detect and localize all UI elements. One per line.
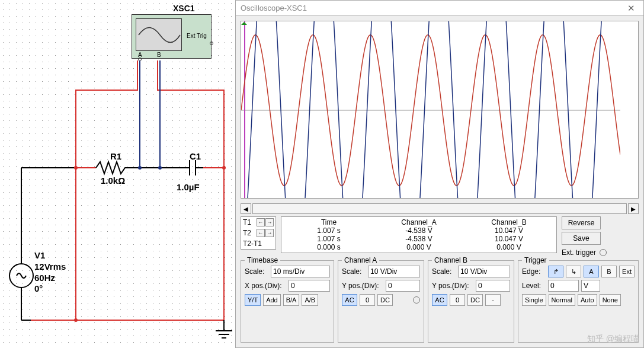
- timebase-panel: Timebase Scale: 10 ms/Div X pos.(Div): 0…: [241, 260, 334, 343]
- schematic-svg: [0, 0, 243, 348]
- ext-trigger-label: Ext. trigger: [562, 248, 596, 257]
- edge-label: Edge:: [522, 267, 546, 276]
- chb-scale-label: Scale:: [432, 267, 456, 276]
- ba-button[interactable]: B/A: [283, 294, 300, 306]
- v1-vrms: 12Vrms: [34, 261, 66, 273]
- v1-freq: 60Hz: [34, 273, 66, 284]
- cursor-readout-table: Time Channel_A Channel_B 1.007 s-4.538 V…: [281, 216, 557, 253]
- reverse-button[interactable]: Reverse: [562, 216, 601, 229]
- timebase-title: Timebase: [245, 256, 280, 264]
- add-button[interactable]: Add: [263, 294, 281, 306]
- tb-scale-label: Scale:: [245, 267, 268, 276]
- auto-button[interactable]: Auto: [578, 294, 597, 306]
- cha-scale-label: Scale:: [342, 267, 366, 276]
- chb-invert-button[interactable]: -: [485, 294, 501, 306]
- schematic-canvas[interactable]: XSC1 A B Ext Trig: [0, 0, 235, 348]
- normal-button[interactable]: Normal: [549, 294, 575, 306]
- waveform-svg: [241, 21, 620, 199]
- tb-scale-input[interactable]: 10 ms/Div: [271, 266, 330, 277]
- v1-phase: 0°: [34, 283, 66, 295]
- t2-right-button[interactable]: →: [265, 229, 274, 237]
- chb-title: Channel B: [432, 256, 470, 264]
- v1-ref: V1: [34, 250, 66, 261]
- edge-ext-button[interactable]: Ext: [619, 266, 635, 277]
- svg-point-15: [158, 166, 162, 170]
- chb-scale-input[interactable]: 10 V/Div: [458, 266, 510, 277]
- save-button[interactable]: Save: [562, 232, 601, 245]
- cha-0-button[interactable]: 0: [360, 294, 375, 306]
- scroll-track[interactable]: [252, 203, 627, 214]
- none-button[interactable]: None: [600, 294, 621, 306]
- hdr-cha: Channel_A: [374, 218, 464, 226]
- trigger-title: Trigger: [522, 256, 549, 264]
- channel-b-panel: Channel B Scale: 10 V/Div Y pos.(Div): 0…: [428, 260, 514, 343]
- chb-dc-button[interactable]: DC: [467, 294, 483, 306]
- scroll-right-icon[interactable]: ▶: [628, 203, 639, 214]
- svg-point-16: [74, 166, 78, 170]
- svg-point-17: [222, 166, 226, 170]
- cha-ac-button[interactable]: AC: [342, 294, 357, 306]
- t1-right-button[interactable]: →: [265, 218, 274, 226]
- r1-ref: R1: [110, 151, 121, 161]
- t2-left-button[interactable]: ←: [257, 229, 265, 237]
- edge-rise-button[interactable]: ↱: [548, 266, 563, 277]
- chb-ypos-label: Y pos.(Div):: [432, 282, 473, 290]
- c1-value: 1.0µF: [177, 182, 200, 192]
- channel-a-panel: Channel A Scale: 10 V/Div Y pos.(Div): 0…: [338, 260, 424, 343]
- r1-value: 1.0kΩ: [101, 175, 125, 186]
- cha-dc-button[interactable]: DC: [377, 294, 393, 306]
- tb-xpos-label: X pos.(Div):: [245, 282, 286, 290]
- v1-block: V1 12Vrms 60Hz 0°: [34, 250, 66, 295]
- edge-a-button[interactable]: A: [584, 266, 599, 277]
- trigger-panel: Trigger Edge: ↱ ↳ A B Ext Level: 0 V Sin…: [518, 260, 639, 343]
- c1-ref: C1: [190, 151, 201, 161]
- close-icon[interactable]: ✕: [624, 3, 639, 14]
- oscilloscope-window: Oscilloscope-XSC1 ✕ ◀ ▶ T1 ←→ T2 ←→ T2-T…: [235, 0, 644, 348]
- svg-point-14: [138, 166, 142, 170]
- display-hscrollbar[interactable]: ◀ ▶: [241, 203, 639, 214]
- t1-left-button[interactable]: ←: [257, 218, 265, 226]
- cha-scale-input[interactable]: 10 V/Div: [368, 266, 420, 277]
- level-label: Level:: [522, 282, 546, 290]
- hdr-chb: Channel_B: [464, 218, 554, 226]
- cha-ypos-input[interactable]: 0: [386, 280, 420, 292]
- tb-xpos-input[interactable]: 0: [289, 280, 330, 292]
- ext-trigger-radio[interactable]: [600, 249, 607, 256]
- svg-point-18: [74, 318, 78, 322]
- ab-button[interactable]: A/B: [302, 294, 318, 306]
- edge-fall-button[interactable]: ↳: [566, 266, 581, 277]
- cha-title: Channel A: [342, 256, 379, 264]
- chb-ypos-input[interactable]: 0: [476, 280, 510, 292]
- window-title: Oscilloscope-XSC1: [241, 4, 307, 12]
- cha-enable-radio[interactable]: [413, 296, 420, 304]
- t2-label: T2: [243, 229, 251, 237]
- tdiff-label: T2-T1: [243, 240, 262, 248]
- level-input[interactable]: 0: [548, 280, 579, 292]
- yt-button[interactable]: Y/T: [245, 294, 261, 306]
- level-unit[interactable]: V: [581, 280, 600, 292]
- cursor-selector: T1 ←→ T2 ←→ T2-T1: [241, 216, 276, 250]
- edge-b-button[interactable]: B: [601, 266, 617, 277]
- chb-ac-button[interactable]: AC: [432, 294, 447, 306]
- single-button[interactable]: Single: [522, 294, 546, 306]
- waveform-display[interactable]: [241, 21, 639, 199]
- chb-0-button[interactable]: 0: [450, 294, 465, 306]
- cha-ypos-label: Y pos.(Div):: [342, 282, 383, 290]
- window-titlebar[interactable]: Oscilloscope-XSC1 ✕: [236, 1, 643, 16]
- watermark: 知乎 @编程喵: [587, 334, 639, 344]
- hdr-time: Time: [284, 218, 374, 226]
- t1-label: T1: [243, 218, 251, 226]
